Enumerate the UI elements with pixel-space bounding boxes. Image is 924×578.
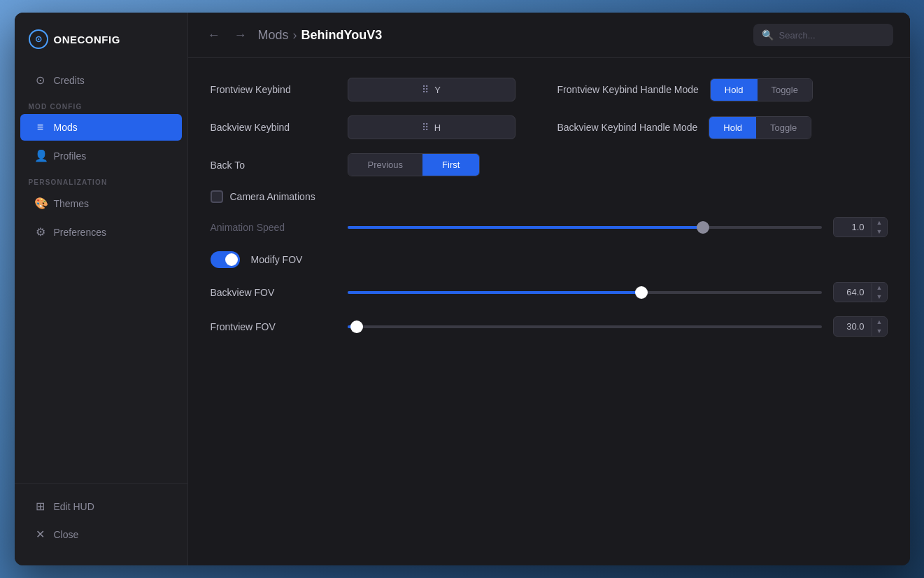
animation-speed-increment[interactable]: ▲: [872, 218, 887, 227]
backview-fov-value-box: 64.0 ▲ ▼: [833, 282, 888, 302]
animation-speed-fill: [348, 226, 704, 229]
logo: ⊙ ONECONFIG: [15, 29, 187, 66]
back-button[interactable]: ←: [205, 27, 223, 44]
backview-fov-thumb[interactable]: [635, 286, 648, 299]
backview-fov-decrement[interactable]: ▼: [872, 292, 887, 302]
backview-fov-value: 64.0: [834, 283, 872, 302]
frontview-keybind-value: Y: [434, 85, 441, 95]
themes-label: Themes: [54, 198, 90, 209]
animation-speed-thumb[interactable]: [697, 221, 709, 234]
backview-handle-label: Backview Keybind Handle Mode: [557, 122, 698, 133]
backview-handle-toggle-group: Hold Toggle: [709, 116, 811, 139]
backview-row: Backview Keybind ⠿ H Backview Keybind Ha…: [211, 115, 888, 139]
breadcrumb-separator: ›: [293, 28, 297, 43]
logo-icon: ⊙: [29, 29, 48, 49]
backview-toggle-button[interactable]: Toggle: [756, 117, 811, 139]
animation-speed-label: Animation Speed: [211, 222, 336, 233]
settings-grid: Frontview Keybind ⠿ Y Frontview Keybind …: [211, 78, 888, 337]
backview-fov-fill: [348, 291, 641, 294]
frontview-keybind-label: Frontview Keybind: [211, 84, 336, 95]
search-icon: 🔍: [762, 29, 774, 41]
breadcrumb-parent: Mods: [258, 28, 289, 43]
animation-speed-row: Animation Speed 1.0 ▲ ▼: [211, 217, 888, 237]
frontview-fov-decrement[interactable]: ▼: [872, 327, 887, 336]
credits-icon: ⊙: [34, 73, 47, 87]
frontview-handle-right: Frontview Keybind Handle Mode Hold Toggl…: [557, 78, 888, 101]
animation-speed-slider[interactable]: [348, 226, 822, 229]
personalization-section: PERSONALIZATION: [15, 170, 187, 189]
sidebar-item-credits[interactable]: ⊙ Credits: [20, 66, 182, 94]
themes-icon: 🎨: [34, 197, 47, 210]
search-input[interactable]: [779, 30, 885, 41]
frontview-fov-spinners: ▲ ▼: [872, 318, 887, 336]
edit-hud-label: Edit HUD: [54, 501, 94, 512]
back-to-label: Back To: [211, 160, 336, 171]
frontview-hold-button[interactable]: Hold: [711, 79, 758, 101]
backview-keybind-button[interactable]: ⠿ H: [348, 115, 516, 139]
previous-button[interactable]: Previous: [348, 154, 423, 176]
search-bar[interactable]: 🔍: [753, 24, 893, 46]
mod-config-section: MOD CONFIG: [15, 94, 187, 113]
backview-fov-label: Backview FOV: [211, 287, 336, 298]
close-icon: ✕: [34, 528, 47, 541]
sidebar: ⊙ ONECONFIG ⊙ Credits MOD CONFIG ≡ Mods …: [15, 13, 188, 565]
back-to-row: Back To Previous First: [211, 153, 888, 176]
sidebar-item-preferences[interactable]: ⚙ Preferences: [20, 218, 182, 246]
app-window: ⊙ ONECONFIG ⊙ Credits MOD CONFIG ≡ Mods …: [15, 13, 910, 565]
preferences-icon: ⚙: [34, 225, 47, 239]
breadcrumb: Mods › BehindYouV3: [258, 28, 745, 43]
frontview-keybind-button[interactable]: ⠿ Y: [348, 78, 516, 101]
backview-keybind-value: H: [434, 122, 441, 133]
keybind-icon-frontview: ⠿: [422, 84, 429, 95]
modify-fov-label: Modify FOV: [251, 254, 377, 265]
backview-keybind-label: Backview Keybind: [211, 122, 336, 133]
camera-animations-checkbox[interactable]: [211, 190, 223, 203]
modify-fov-row: Modify FOV: [211, 251, 888, 268]
mods-label: Mods: [54, 122, 78, 133]
profiles-icon: 👤: [34, 149, 47, 162]
frontview-fov-increment[interactable]: ▲: [872, 318, 887, 327]
modify-fov-toggle[interactable]: [211, 251, 240, 268]
backview-hold-button[interactable]: Hold: [709, 117, 756, 139]
sidebar-bottom: ⊞ Edit HUD ✕ Close: [15, 483, 187, 549]
backview-handle-right: Backview Keybind Handle Mode Hold Toggle: [557, 116, 888, 139]
preferences-label: Preferences: [54, 227, 106, 238]
main-content: ← → Mods › BehindYouV3 🔍 Frontview Keybi…: [188, 13, 910, 565]
frontview-row: Frontview Keybind ⠿ Y Frontview Keybind …: [211, 78, 888, 101]
camera-animations-label: Camera Animations: [230, 191, 356, 202]
camera-animations-row: Camera Animations: [211, 190, 888, 203]
animation-speed-value: 1.0: [834, 218, 872, 237]
backview-fov-slider[interactable]: [348, 291, 822, 294]
frontview-toggle-button[interactable]: Toggle: [758, 79, 812, 101]
topbar: ← → Mods › BehindYouV3 🔍: [188, 13, 910, 58]
logo-text: ONECONFIG: [54, 34, 120, 45]
close-label: Close: [54, 529, 79, 540]
profiles-label: Profiles: [54, 150, 87, 162]
sidebar-item-mods[interactable]: ≡ Mods: [20, 114, 182, 141]
animation-speed-decrement[interactable]: ▼: [872, 227, 887, 237]
sidebar-item-themes[interactable]: 🎨 Themes: [20, 190, 182, 217]
frontview-handle-toggle-group: Hold Toggle: [710, 78, 813, 101]
frontview-fov-label: Frontview FOV: [211, 321, 336, 332]
first-button[interactable]: First: [422, 154, 479, 176]
frontview-fov-slider[interactable]: [348, 325, 822, 328]
sidebar-item-profiles[interactable]: 👤 Profiles: [20, 142, 182, 169]
credits-label: Credits: [54, 75, 85, 86]
frontview-fov-value: 30.0: [834, 317, 872, 336]
backview-fov-spinners: ▲ ▼: [872, 283, 887, 302]
breadcrumb-current: BehindYouV3: [301, 28, 383, 43]
edit-hud-icon: ⊞: [34, 500, 47, 513]
backview-fov-row: Backview FOV 64.0 ▲ ▼: [211, 282, 888, 302]
frontview-handle-label: Frontview Keybind Handle Mode: [557, 84, 699, 95]
mods-icon: ≡: [34, 121, 47, 134]
backview-keybind-left: Backview Keybind ⠿ H: [211, 115, 541, 139]
sidebar-item-edit-hud[interactable]: ⊞ Edit HUD: [20, 493, 182, 520]
settings-panel: Frontview Keybind ⠿ Y Frontview Keybind …: [188, 58, 910, 565]
backview-fov-increment[interactable]: ▲: [872, 283, 887, 292]
frontview-fov-thumb[interactable]: [350, 320, 363, 333]
forward-button[interactable]: →: [232, 27, 250, 44]
sidebar-item-close[interactable]: ✕ Close: [20, 521, 182, 548]
keybind-icon-backview: ⠿: [422, 122, 429, 133]
frontview-fov-value-box: 30.0 ▲ ▼: [833, 316, 888, 337]
animation-speed-value-box: 1.0 ▲ ▼: [833, 217, 888, 237]
